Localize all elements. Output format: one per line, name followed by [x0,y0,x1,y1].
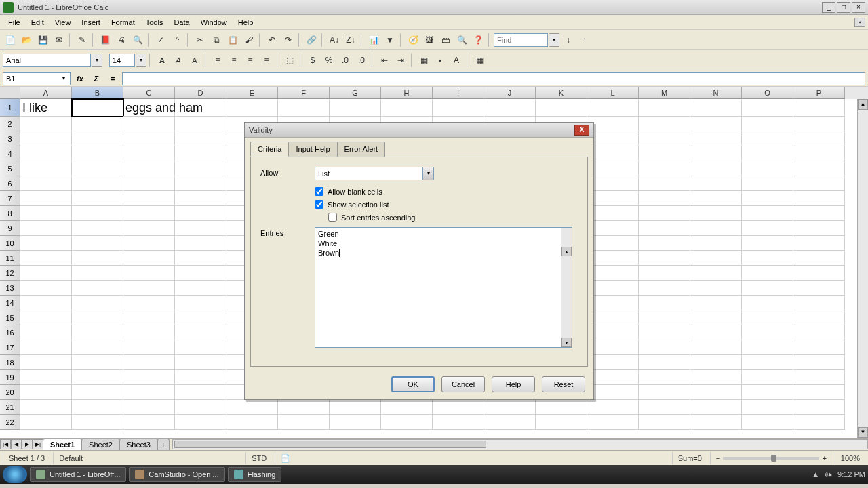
sheet-tab-3[interactable]: Sheet3 [119,439,158,450]
cell-C20[interactable] [123,385,175,400]
cell-D16[interactable] [175,325,226,340]
column-header-O[interactable]: O [742,87,793,99]
remove-decimal-button[interactable]: .0 [354,53,369,68]
row-header-19[interactable]: 19 [0,370,20,385]
cell-B21[interactable] [72,400,123,415]
cell-D1[interactable] [175,99,226,117]
help-button[interactable]: Help [492,376,535,392]
column-header-J[interactable]: J [484,87,536,99]
add-decimal-button[interactable]: .0 [338,53,353,68]
minimize-button[interactable]: _ [822,2,835,13]
row-header-15[interactable]: 15 [0,310,20,325]
cell-A2[interactable] [20,117,72,131]
cell-M21[interactable] [639,400,690,415]
font-size-combo[interactable] [109,54,135,67]
cell-M13[interactable] [639,281,690,296]
cell-A15[interactable] [20,310,72,325]
cell-C6[interactable] [123,176,175,191]
help-button[interactable]: ❓ [471,33,486,47]
allow-select[interactable]: List [315,167,423,180]
row-header-20[interactable]: 20 [0,385,20,400]
cell-P10[interactable] [793,236,845,251]
entries-textarea[interactable]: Green White Brown ▲ ▼ [315,227,572,348]
cell-O15[interactable] [742,310,793,325]
vertical-scrollbar[interactable]: ▲ ▼ [857,99,868,438]
cell-M2[interactable] [639,117,690,131]
cell-P2[interactable] [793,117,845,131]
row-header-6[interactable]: 6 [0,176,20,191]
cell-P7[interactable] [793,191,845,206]
cell-E1[interactable] [226,99,278,117]
cell-O9[interactable] [742,221,793,236]
row-header-8[interactable]: 8 [0,206,20,221]
row-header-7[interactable]: 7 [0,191,20,206]
cell-D3[interactable] [175,131,226,146]
row-header-16[interactable]: 16 [0,325,20,340]
first-sheet-button[interactable]: |◀ [0,439,11,449]
cell-M10[interactable] [639,236,690,251]
cell-P14[interactable] [793,296,845,310]
autospell-button[interactable]: ᴬ [170,33,184,47]
percent-button[interactable]: % [321,53,336,68]
cell-A19[interactable] [20,370,72,385]
cell-N1[interactable] [690,99,742,117]
cell-C5[interactable] [123,161,175,176]
cell-B13[interactable] [72,281,123,296]
cell-N11[interactable] [690,251,742,266]
save-button[interactable]: 💾 [35,33,50,47]
cell-O6[interactable] [742,176,793,191]
cell-D20[interactable] [175,385,226,400]
cell-D11[interactable] [175,251,226,266]
datasources-button[interactable]: 🗃 [438,33,453,47]
row-header-1[interactable]: 1 [0,99,20,117]
column-header-F[interactable]: F [278,87,330,99]
row-header-22[interactable]: 22 [0,415,20,430]
dialog-tab-input-help[interactable]: Input Help [288,142,337,157]
cell-D7[interactable] [175,191,226,206]
navigator-button[interactable]: 🧭 [406,33,420,47]
cell-P5[interactable] [793,161,845,176]
cell-O20[interactable] [742,385,793,400]
cell-A3[interactable] [20,131,72,146]
cell-A16[interactable] [20,325,72,340]
column-header-N[interactable]: N [690,87,742,99]
cell-D18[interactable] [175,355,226,370]
taskbar-item-2[interactable]: CamStudio - Open ... [129,467,224,482]
taskbar-item-1[interactable]: Untitled 1 - LibreOff... [30,467,126,482]
cell-C3[interactable] [123,131,175,146]
cell-P1[interactable] [793,99,845,117]
cell-D14[interactable] [175,296,226,310]
decrease-indent-button[interactable]: ⇤ [377,53,392,68]
cell-C4[interactable] [123,146,175,161]
cell-M17[interactable] [639,340,690,355]
cell-M9[interactable] [639,221,690,236]
cell-N14[interactable] [690,296,742,310]
cell-P6[interactable] [793,176,845,191]
column-header-E[interactable]: E [226,87,278,99]
cell-N3[interactable] [690,131,742,146]
cell-C7[interactable] [123,191,175,206]
find-input[interactable] [494,33,548,47]
cell-F21[interactable] [278,400,330,415]
find-prev-button[interactable]: ↑ [577,33,592,47]
cell-N17[interactable] [690,340,742,355]
cell-P20[interactable] [793,385,845,400]
sort-asc-button[interactable]: A↓ [327,33,342,47]
edit-button[interactable]: ✎ [75,33,90,47]
sort-ascending-checkbox[interactable]: Sort entries ascending [328,213,578,222]
italic-button[interactable]: A [171,53,186,68]
cell-O14[interactable] [742,296,793,310]
cell-A8[interactable] [20,206,72,221]
column-header-D[interactable]: D [175,87,226,99]
bgcolor-button[interactable]: ▪ [433,53,448,68]
menu-file[interactable]: File [3,17,26,28]
row-header-13[interactable]: 13 [0,281,20,296]
cell-C17[interactable] [123,340,175,355]
cell-I1[interactable] [433,99,484,117]
cell-O21[interactable] [742,400,793,415]
cell-J22[interactable] [484,415,536,430]
menu-help[interactable]: Help [233,17,259,28]
cell-C18[interactable] [123,355,175,370]
font-size-dropdown[interactable]: ▾ [136,54,146,67]
cell-K22[interactable] [536,415,587,430]
